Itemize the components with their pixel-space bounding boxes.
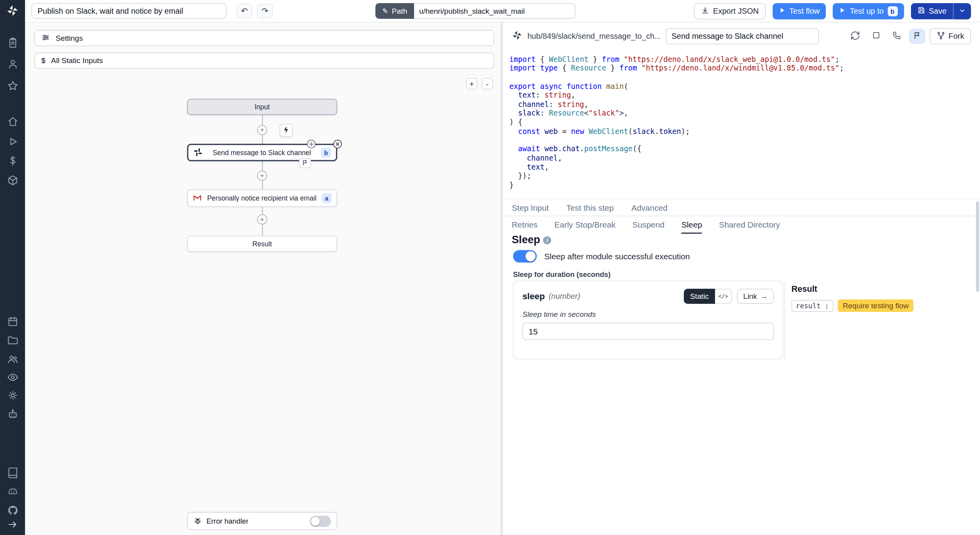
link-button[interactable]: Link → xyxy=(737,289,774,304)
test-up-to-button[interactable]: Test up to b xyxy=(833,3,904,19)
code-mode-button[interactable]: </> xyxy=(715,289,732,304)
step-header-actions: Fork xyxy=(847,28,971,44)
hub-icon xyxy=(512,30,523,43)
sleep-duration-label: Sleep for duration (seconds) xyxy=(513,271,611,278)
users-icon[interactable] xyxy=(6,352,19,365)
subtab-suspend[interactable]: Suspend xyxy=(632,216,664,234)
static-mode-button[interactable]: Static xyxy=(684,289,715,304)
node-email-step[interactable]: Personally notice recipient via email a xyxy=(187,190,337,207)
sleep-field-type: (number) xyxy=(548,292,580,300)
github-icon[interactable] xyxy=(6,504,19,516)
code-line: import { WebClient } from "https://deno.… xyxy=(509,55,980,64)
add-step-button[interactable]: + xyxy=(257,214,267,224)
code-line: }); xyxy=(509,172,980,181)
clipboard-icon[interactable] xyxy=(6,36,19,49)
export-json-label: Export JSON xyxy=(713,7,759,16)
phone-button[interactable] xyxy=(888,29,904,43)
static-inputs-bar[interactable]: $ All Static Inputs xyxy=(34,52,494,69)
topbar-actions: Export JSON Test flow Test up to b Save xyxy=(694,3,971,19)
node-result[interactable]: Result xyxy=(187,236,337,252)
sleep-field-name: sleep xyxy=(523,291,545,302)
add-step-button[interactable]: + xyxy=(257,171,267,181)
folder-icon[interactable] xyxy=(6,334,19,346)
subtab-early-stop-break[interactable]: Early Stop/Break xyxy=(554,216,615,234)
tab-advanced[interactable]: Advanced xyxy=(632,203,668,212)
node-input-label: Input xyxy=(254,103,270,110)
step-tabs: Step InputTest this stepAdvanced xyxy=(503,199,980,217)
remove-step-button[interactable] xyxy=(332,139,343,149)
home-icon[interactable] xyxy=(6,115,19,128)
square-icon xyxy=(871,31,880,42)
node-input[interactable]: Input xyxy=(187,99,337,115)
save-dropdown-button[interactable] xyxy=(953,3,971,19)
windmill-logo-icon[interactable] xyxy=(6,4,19,17)
sleep-toggle-row: Sleep after module successful execution xyxy=(513,250,690,262)
subtab-sleep[interactable]: Sleep xyxy=(681,216,702,234)
add-step-button[interactable]: + xyxy=(257,125,267,135)
scrollbar-thumb[interactable] xyxy=(976,201,979,292)
pencil-icon: ✎ xyxy=(382,7,388,15)
path-button[interactable]: ✎ Path xyxy=(376,3,414,19)
screen: ↶ ↷ ✎ Path Export JSON Test flow Test up… xyxy=(0,0,980,535)
tab-step-input[interactable]: Step Input xyxy=(512,203,549,212)
collapse-arrow-icon[interactable] xyxy=(6,518,19,531)
dollar-icon[interactable] xyxy=(6,154,19,167)
arrow-right-icon: → xyxy=(760,292,768,300)
path-input[interactable] xyxy=(414,3,575,19)
play-icon[interactable] xyxy=(6,135,19,148)
code-line: import type { Resource } from "https://d… xyxy=(509,64,980,73)
error-handler-bar[interactable]: Error handler xyxy=(187,512,337,530)
result-value-badge: Require testing flow xyxy=(838,299,914,312)
toggle-knob xyxy=(311,517,319,525)
sleep-field-card: sleep (number) Static </> Link → Sleep t… xyxy=(513,281,783,360)
flow-title-input[interactable] xyxy=(31,3,227,19)
refresh-icon xyxy=(850,30,860,42)
test-flow-button[interactable]: Test flow xyxy=(773,3,826,19)
code-line: channel: string, xyxy=(509,100,980,109)
trigger-bolt-button[interactable] xyxy=(279,124,293,137)
sleep-field-description: Sleep time in seconds xyxy=(523,310,774,319)
robot-icon[interactable] xyxy=(6,408,19,420)
zoom-in-button[interactable]: + xyxy=(466,78,477,90)
node-email-label: Personally notice recipient via email xyxy=(206,194,318,202)
user-icon[interactable] xyxy=(6,58,19,70)
sleep-toggle[interactable] xyxy=(513,250,537,262)
move-step-button[interactable] xyxy=(306,139,316,149)
code-editor[interactable]: import { WebClient } from "https://deno.… xyxy=(503,50,980,199)
save-button[interactable]: Save xyxy=(911,3,953,19)
reload-script-button[interactable] xyxy=(847,29,863,43)
star-icon[interactable] xyxy=(6,80,19,92)
subtab-retries[interactable]: Retries xyxy=(512,216,538,234)
step-name-input[interactable] xyxy=(666,28,819,44)
code-line xyxy=(509,73,980,82)
sleep-value-input[interactable] xyxy=(523,323,774,340)
diff-view-button[interactable] xyxy=(868,29,884,43)
error-handler-toggle[interactable] xyxy=(310,515,331,527)
fork-button[interactable]: Fork xyxy=(930,28,971,44)
result-area: Result result : Require testing flow xyxy=(791,284,914,312)
code-line: channel, xyxy=(509,154,980,163)
info-icon[interactable]: i xyxy=(543,236,552,244)
discord-icon[interactable] xyxy=(6,485,19,497)
export-json-button[interactable]: Export JSON xyxy=(694,3,766,19)
calendar-icon[interactable] xyxy=(6,315,19,327)
gear-icon[interactable] xyxy=(6,389,19,401)
settings-bar[interactable]: Settings xyxy=(34,30,494,46)
zoom-out-button[interactable]: - xyxy=(482,78,493,90)
code-line: slack: Resource<"slack">, xyxy=(509,109,980,118)
book-icon[interactable] xyxy=(6,466,19,479)
redo-button[interactable]: ↷ xyxy=(257,4,273,18)
gmail-icon xyxy=(193,193,202,203)
flag-toggle-button[interactable] xyxy=(909,29,925,43)
app-sidebar xyxy=(0,0,25,535)
code-line xyxy=(509,136,980,145)
code-line: export async function main( xyxy=(509,82,980,91)
step-flag-button[interactable] xyxy=(299,158,311,168)
cube-icon[interactable] xyxy=(6,174,19,186)
tab-test-this-step[interactable]: Test this step xyxy=(566,203,614,212)
phone-icon xyxy=(892,31,901,42)
eye-icon[interactable] xyxy=(6,371,19,383)
code-line: text: string, xyxy=(509,91,980,100)
subtab-shared-directory[interactable]: Shared Directory xyxy=(719,216,780,234)
undo-button[interactable]: ↶ xyxy=(236,4,252,18)
